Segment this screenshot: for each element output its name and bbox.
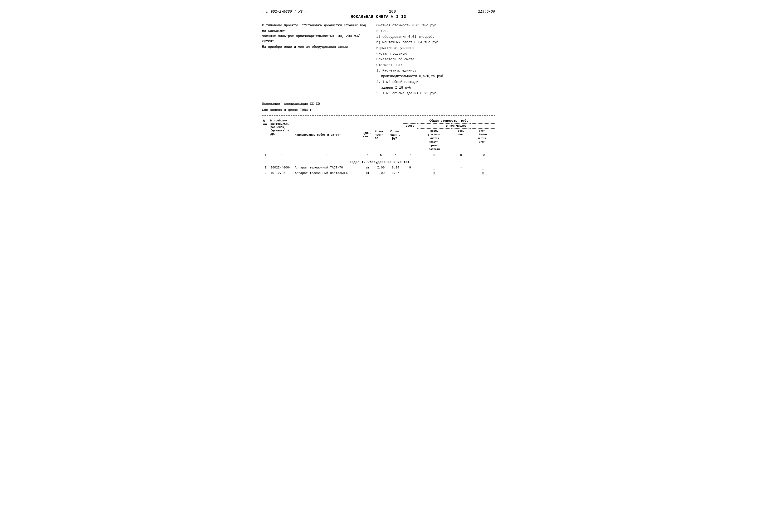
unit2-val: здания I,18 руб.: [377, 85, 495, 91]
unit2-label: 2. I м2 общей площади: [377, 79, 495, 85]
row2-num: 2: [262, 170, 269, 176]
col-header-unit-cost: Стоим. един., руб.: [388, 118, 403, 152]
indicators-label: Показатели по смете: [377, 57, 495, 63]
project-line3: На приобретение и монтаж оборудования св…: [262, 44, 367, 49]
row2-price-ref: IO-I27-5: [269, 170, 293, 176]
project-line1: К типовому проекту: "Установка доочистки…: [262, 23, 367, 34]
page-header: т.п 902-2-№286 ( УI ) 108 21345-06: [262, 10, 495, 14]
col-header-total-cost: Общая стоимость, руб.: [403, 118, 495, 124]
basis-section: Основание: спецификация СС-СО Составлена…: [262, 101, 495, 113]
col-header-incl: в том числе:: [417, 123, 495, 128]
norm-label: Нормативная условно-: [377, 45, 495, 51]
mount-label: б) монтажных работ 0,04 тнс.руб.: [377, 40, 495, 45]
row2-unit: шт: [361, 170, 374, 176]
row2-qty: I,00: [374, 170, 388, 176]
section-header-row: Раздел I. Оборудование и монтаж: [262, 158, 495, 165]
row2-name: Аппарат телефонный настольный: [293, 170, 361, 176]
project-line2: засшных фильтрах производительностью 100…: [262, 34, 367, 44]
page-title: ЛОКАЛЬНАЯ СМЕТА № I-I3: [262, 15, 495, 19]
spec-label: Основание: спецификация СС-СО: [262, 101, 495, 107]
row2-unit-cost: 0,37: [388, 170, 403, 176]
row1-norm: =: [417, 165, 451, 170]
table-top-divider: [262, 116, 495, 116]
description-section: К типовому проекту: "Установка доочистки…: [262, 23, 495, 96]
row1-price-ref: I602I-40004: [269, 165, 293, 170]
row2-osn: -: [451, 170, 471, 176]
desc-left: К типовому проекту: "Установка доочистки…: [262, 23, 367, 96]
col-header-osn: осн. з/пл.: [451, 128, 471, 152]
row1-unit: шт: [361, 165, 374, 170]
col-header-norm: норм. условно- чистая продук. прямые зат…: [417, 128, 451, 152]
row2-total: I: [403, 170, 417, 176]
col-num-9: 9: [451, 152, 471, 158]
row2-norm: =: [417, 170, 451, 176]
table-header-row: № пп № прейску- рантов,УСН, расценок, (ц…: [262, 118, 495, 124]
row1-qty: I,00: [374, 165, 388, 170]
norm-label2: чистая продукция: [377, 51, 495, 57]
header-right: 21345-06: [478, 10, 495, 14]
col-header-qty: Коли- чест- во: [374, 118, 388, 152]
col-num-6: 6: [388, 152, 403, 158]
incl-label: в т.ч.: [377, 29, 495, 34]
cost-label: Сметная стоимость 0,05 тнс.руб.: [377, 23, 495, 29]
col-header-total-all: всего: [403, 123, 417, 152]
unit1-val: производительности 0,5/0,25 руб.: [377, 74, 495, 79]
date-label: Составлена в ценах I984 г.: [262, 107, 495, 113]
col-num-7: 7: [403, 152, 417, 158]
row1-num: I: [262, 165, 269, 170]
row1-osn: -: [451, 165, 471, 170]
row1-excl: =: [471, 165, 495, 170]
unit3-label: 3. I м3 объема здания 0,23 руб.: [377, 91, 495, 97]
col-num-8: 8: [417, 152, 451, 158]
unit1-label: I. Расчетную единицу: [377, 68, 495, 74]
row2-excl: =: [471, 170, 495, 176]
col-num-5: 5: [374, 152, 388, 158]
col-header-price-ref: № прейску- рантов,УСН, расценок, (ценник…: [269, 118, 293, 152]
col-header-num: № пп: [262, 118, 269, 152]
col-num-2: 2: [269, 152, 293, 158]
section-title: Раздел I. Оборудование и монтаж: [262, 158, 495, 165]
table-col-numbers-row: I 2 3 4 5 6 7 8 9 I0: [262, 152, 495, 158]
col-num-3: 3: [293, 152, 361, 158]
header-center: 108: [389, 10, 396, 14]
col-header-name: Наименование работ и затрат: [293, 118, 361, 152]
row1-unit-cost: 9,I4: [388, 165, 403, 170]
col-num-1: I: [262, 152, 269, 158]
equip-label: а) оборудования 0,01 тнс.руб.: [377, 34, 495, 40]
row1-total: 9: [403, 165, 417, 170]
table-row: I I602I-40004 Аппарат телефонный ТАСТ-70…: [262, 165, 495, 170]
table-row: 2 IO-I27-5 Аппарат телефонный настольный…: [262, 170, 495, 176]
main-table: № пп № прейску- рантов,УСН, расценок, (ц…: [262, 118, 495, 176]
col-num-4: 4: [361, 152, 374, 158]
desc-right: Сметная стоимость 0,05 тнс.руб. в т.ч. а…: [377, 23, 495, 96]
row1-name: Аппарат телефонный ТАСТ-70: [293, 165, 361, 170]
col-header-unit: Един. изм.: [361, 118, 374, 152]
col-num-10: I0: [471, 152, 495, 158]
cost-per-label: Стоимость на:: [377, 63, 495, 68]
col-header-excl: эксп. Машин в т.ч. з/пл.: [471, 128, 495, 152]
header-left: т.п 902-2-№286 ( УI ): [262, 10, 307, 14]
